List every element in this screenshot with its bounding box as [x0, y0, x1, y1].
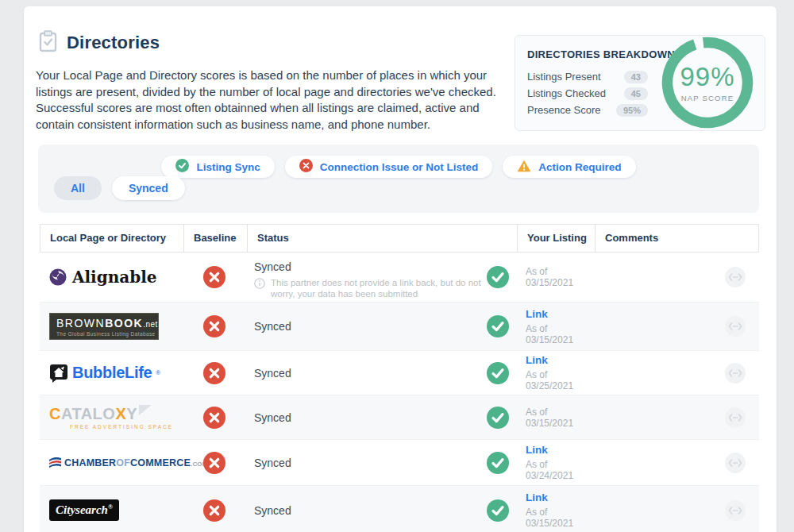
table-row: CATALOXY FREE ADVERTISING SPACE Synced A…	[40, 395, 759, 439]
logo-text: Alignable	[72, 268, 157, 287]
directories-card: Directories Your Local Page and Director…	[24, 6, 777, 532]
alignable-swirl-icon	[49, 268, 67, 286]
table-row: CHAMBEROFCOMMERCE.COM Synced Link As of …	[40, 439, 759, 485]
listing-check-icon	[487, 266, 509, 288]
legend-label: Listing Sync	[196, 161, 260, 173]
as-of-date: As of 03/15/2021	[526, 266, 594, 288]
listing-check-icon	[487, 315, 509, 337]
table-row: BROWNBOOK.net The Global Business Listin…	[40, 302, 759, 350]
legend-label: Connection Issue or Not Listed	[320, 161, 479, 173]
page-title: Directories	[67, 33, 160, 53]
status-note: This partner does not provide a link bac…	[254, 277, 484, 299]
page-description: Your Local Page and Directory scores is …	[36, 67, 518, 133]
listing-check-icon	[487, 452, 509, 474]
status-text: Synced	[254, 457, 291, 469]
tab-synced[interactable]: Synced	[112, 176, 185, 200]
status-note-text: This partner does not provide a link bac…	[271, 277, 484, 299]
col-your-listing: Your Listing	[517, 225, 595, 252]
breakdown-stats: Listings Present 43 Listings Checked 45 …	[527, 68, 648, 118]
baseline-cross-icon	[203, 362, 225, 384]
as-of-date: As of 03/25/2021	[526, 369, 594, 391]
as-of-date: As of 03/15/2021	[526, 407, 594, 429]
listing-link[interactable]: Link	[526, 444, 548, 456]
as-of-date: As of 03/15/2021	[526, 507, 594, 529]
bubblelife-logo: BubbleLife®	[49, 364, 160, 383]
table-row: BubbleLife® Synced Link As of 03/25/2021	[40, 350, 759, 395]
logo-text: C	[49, 405, 61, 423]
logo-text: BubbleLife	[72, 364, 152, 382]
check-circle-icon	[175, 159, 189, 175]
brownbook-logo: BROWNBOOK.net The Global Business Listin…	[49, 313, 159, 340]
stat-value-badge: 43	[624, 71, 648, 83]
stat-listings-present: Listings Present 43	[527, 68, 648, 85]
logo-text: Citysearch®	[56, 503, 113, 517]
status-text: Synced	[254, 367, 291, 380]
listing-check-icon	[487, 499, 509, 522]
warning-triangle-icon	[517, 160, 531, 175]
legend-listing-sync[interactable]: Listing Sync	[161, 156, 274, 178]
status-text: Synced	[254, 504, 291, 517]
stat-presence-score: Presence Score 95%	[527, 102, 648, 118]
table-row: Citysearch® Synced Link As of 03/15/2021	[40, 485, 759, 532]
comments-icon[interactable]	[725, 267, 746, 287]
listing-check-icon	[487, 407, 509, 429]
comments-icon[interactable]	[725, 316, 746, 337]
legend-connection-issue[interactable]: Connection Issue or Not Listed	[285, 156, 493, 178]
listing-check-icon	[487, 362, 509, 384]
comments-icon[interactable]	[725, 453, 746, 473]
info-icon	[254, 278, 265, 289]
baseline-cross-icon	[203, 452, 225, 474]
breakdown-title: DIRECTORIES BREAKDOWN	[527, 48, 675, 60]
col-baseline: Baseline	[183, 225, 247, 252]
nap-score-caption: NAP SCORE	[681, 94, 734, 102]
logo-text: BROWN	[56, 317, 105, 330]
stat-listings-checked: Listings Checked 45	[527, 85, 648, 102]
stat-label: Presence Score	[527, 104, 601, 116]
directories-table: Local Page or Directory Baseline Status …	[40, 224, 759, 532]
cataloxy-logo: CATALOXY FREE ADVERTISING SPACE	[49, 405, 173, 430]
comments-icon[interactable]	[725, 363, 746, 384]
chamber-swoosh-icon	[49, 457, 61, 468]
legend-label: Action Required	[538, 161, 621, 173]
baseline-cross-icon	[203, 499, 225, 522]
col-comments: Comments	[595, 225, 758, 252]
logo-tagline: The Global Business Listing Database	[56, 331, 152, 337]
status-text: Synced	[254, 320, 291, 333]
as-of-date: As of 03/15/2021	[526, 323, 594, 345]
table-row: Alignable Synced This partner does not p…	[40, 253, 759, 302]
comments-icon[interactable]	[725, 407, 746, 428]
stat-value-badge: 95%	[616, 104, 648, 117]
stat-label: Listings Checked	[527, 87, 606, 99]
bubblelife-bubble-icon	[49, 364, 68, 383]
baseline-cross-icon	[203, 266, 225, 288]
listing-link[interactable]: Link	[526, 354, 548, 366]
nap-score-percent: 99%	[680, 62, 734, 92]
col-local-page-or-directory: Local Page or Directory	[40, 225, 183, 252]
cross-circle-icon	[299, 159, 313, 175]
status-text: Synced	[254, 260, 484, 273]
logo-tagline: FREE ADVERTISING SPACE	[70, 424, 173, 430]
page-header: Directories	[38, 30, 160, 56]
citysearch-logo: Citysearch®	[49, 499, 119, 521]
directories-breakdown-panel: DIRECTORIES BREAKDOWN Listings Present 4…	[515, 35, 765, 131]
nap-score-text: 99% NAP SCORE	[661, 36, 754, 128]
comments-icon[interactable]	[725, 500, 746, 521]
stat-label: Listings Present	[527, 71, 601, 83]
filter-tabs: All Synced	[54, 176, 185, 200]
clipboard-check-icon	[38, 30, 58, 56]
listing-link[interactable]: Link	[526, 308, 548, 320]
filter-bar: Listing Sync Connection Issue or Not Lis…	[38, 145, 759, 213]
as-of-date: As of 03/24/2021	[526, 459, 594, 481]
table-header: Local Page or Directory Baseline Status …	[40, 224, 759, 253]
col-status: Status	[247, 225, 517, 252]
baseline-cross-icon	[203, 407, 225, 429]
tab-all[interactable]: All	[54, 176, 102, 200]
legend-action-required[interactable]: Action Required	[503, 156, 635, 178]
listing-link[interactable]: Link	[526, 492, 548, 503]
alignable-logo: Alignable	[49, 268, 157, 287]
status-text: Synced	[254, 411, 291, 424]
baseline-cross-icon	[203, 315, 225, 337]
status-legend: Listing Sync Connection Issue or Not Lis…	[38, 156, 759, 178]
cataloxy-triangle	[139, 405, 152, 415]
stat-value-badge: 45	[624, 87, 648, 100]
